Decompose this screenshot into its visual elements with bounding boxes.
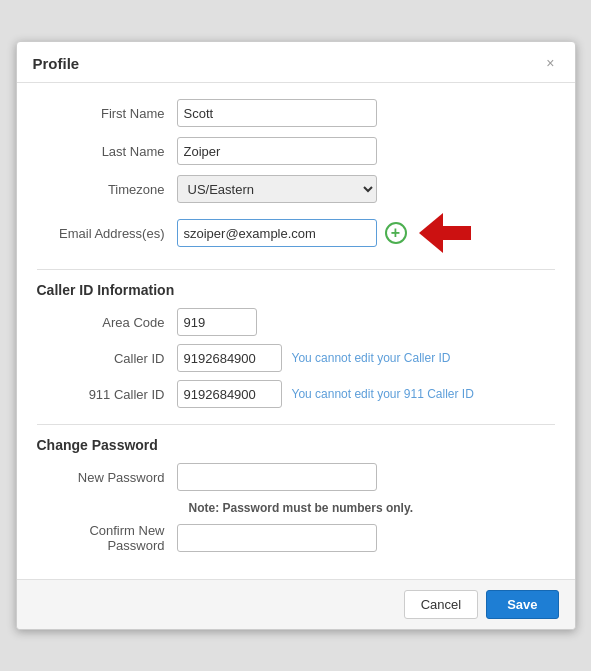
dialog-body: First Name Last Name Timezone US/Eastern… xyxy=(17,83,575,579)
first-name-row: First Name xyxy=(37,99,555,127)
dialog-header: Profile × xyxy=(17,42,575,83)
new-password-row: New Password xyxy=(37,463,555,491)
cancel-button[interactable]: Cancel xyxy=(404,590,478,619)
caller-id-title: Caller ID Information xyxy=(37,282,555,298)
arrow-body-icon xyxy=(443,226,471,240)
password-note: Note: Password must be numbers only. xyxy=(189,501,555,515)
email-input-group: + xyxy=(177,213,471,253)
first-name-input[interactable] xyxy=(177,99,377,127)
area-code-input[interactable] xyxy=(177,308,257,336)
caller-911-row: 911 Caller ID You cannot edit your 911 C… xyxy=(37,380,555,408)
last-name-row: Last Name xyxy=(37,137,555,165)
section-divider-1 xyxy=(37,269,555,270)
add-email-button[interactable]: + xyxy=(385,222,407,244)
last-name-input[interactable] xyxy=(177,137,377,165)
caller-911-label: 911 Caller ID xyxy=(37,387,177,402)
arrow-indicator xyxy=(419,213,471,253)
caller-id-row: Caller ID You cannot edit your Caller ID xyxy=(37,344,555,372)
timezone-select[interactable]: US/Eastern US/Central US/Mountain US/Pac… xyxy=(177,175,377,203)
dialog-title: Profile xyxy=(33,55,80,72)
password-section: Change Password New Password Note: Passw… xyxy=(37,437,555,553)
arrow-head-icon xyxy=(419,213,443,253)
caller-id-label: Caller ID xyxy=(37,351,177,366)
note-prefix: Note: xyxy=(189,501,220,515)
password-title: Change Password xyxy=(37,437,555,453)
section-divider-2 xyxy=(37,424,555,425)
note-body: Password must be numbers only. xyxy=(223,501,414,515)
caller-id-input xyxy=(177,344,282,372)
first-name-label: First Name xyxy=(37,106,177,121)
close-button[interactable]: × xyxy=(542,54,558,72)
timezone-label: Timezone xyxy=(37,182,177,197)
profile-dialog: Profile × First Name Last Name Timezone … xyxy=(16,41,576,630)
caller-id-section: Caller ID Information Area Code Caller I… xyxy=(37,282,555,408)
area-code-row: Area Code xyxy=(37,308,555,336)
email-label: Email Address(es) xyxy=(37,226,177,241)
confirm-password-row: Confirm New Password xyxy=(37,523,555,553)
save-button[interactable]: Save xyxy=(486,590,558,619)
confirm-password-label: Confirm New Password xyxy=(37,523,177,553)
timezone-row: Timezone US/Eastern US/Central US/Mounta… xyxy=(37,175,555,203)
last-name-label: Last Name xyxy=(37,144,177,159)
caller-911-input xyxy=(177,380,282,408)
new-password-input[interactable] xyxy=(177,463,377,491)
new-password-label: New Password xyxy=(37,470,177,485)
dialog-footer: Cancel Save xyxy=(17,579,575,629)
profile-section: First Name Last Name Timezone US/Eastern… xyxy=(37,99,555,253)
email-input[interactable] xyxy=(177,219,377,247)
area-code-label: Area Code xyxy=(37,315,177,330)
caller-911-note: You cannot edit your 911 Caller ID xyxy=(292,387,474,401)
email-row: Email Address(es) + xyxy=(37,213,555,253)
confirm-password-input[interactable] xyxy=(177,524,377,552)
caller-id-note: You cannot edit your Caller ID xyxy=(292,351,451,365)
